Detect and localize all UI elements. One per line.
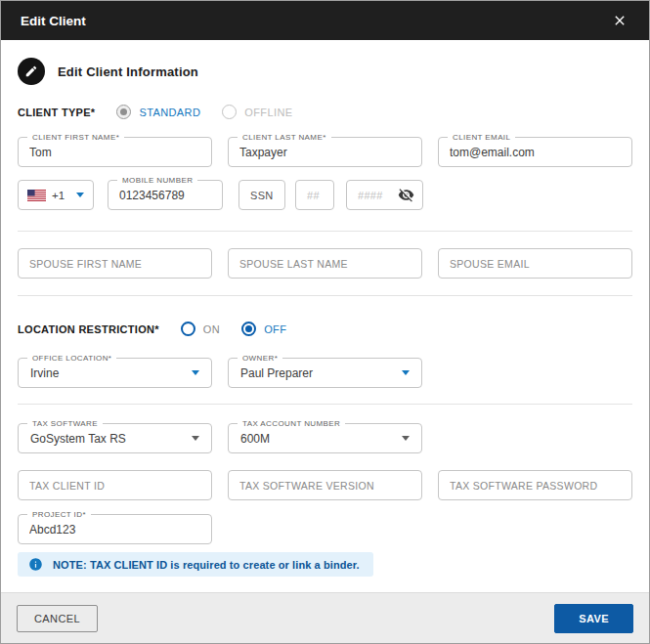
owner-value: Paul Preparer	[240, 366, 313, 380]
note-banner: NOTE: TAX CLIENT ID is required to creat…	[18, 552, 373, 577]
location-restriction-off-radio[interactable]: OFF	[241, 322, 286, 336]
ssn-part1-field	[238, 180, 285, 210]
client-last-name-label: CLIENT LAST NAME*	[238, 132, 331, 143]
office-location-select[interactable]: OFFICE LOCATION* Irvine	[18, 358, 212, 388]
modal-header: Edit Client	[1, 1, 649, 40]
radio-selected-icon	[116, 105, 131, 119]
section-title: Edit Client Information	[58, 64, 198, 79]
spouse-first-name-field	[18, 248, 212, 279]
country-code-select[interactable]: +1	[18, 180, 94, 210]
tax-software-label: TAX SOFTWARE	[27, 418, 103, 429]
spouse-first-name-input[interactable]	[19, 249, 211, 278]
radio-selected-icon	[241, 322, 256, 336]
chevron-down-icon	[402, 370, 410, 375]
location-restriction-off-label: OFF	[264, 323, 286, 335]
tax-account-number-select[interactable]: TAX ACCOUNT NUMBER 600M	[228, 423, 422, 453]
radio-unselected-icon	[181, 322, 195, 336]
us-flag-icon	[27, 190, 46, 201]
office-location-value: Irvine	[30, 366, 59, 380]
close-icon[interactable]	[610, 11, 629, 30]
chevron-down-icon	[192, 370, 199, 375]
phone-ssn-row: +1 MOBILE NUMBER	[18, 180, 632, 210]
spouse-last-name-field	[228, 248, 422, 279]
tax-id-row	[18, 470, 632, 500]
client-type-offline-label: OFFLINE	[244, 107, 292, 118]
radio-unselected-icon	[222, 105, 237, 119]
tax-software-password-input[interactable]	[439, 471, 631, 499]
client-type-standard-radio[interactable]: STANDARD	[116, 105, 200, 119]
tax-software-select[interactable]: TAX SOFTWARE GoSystem Tax RS	[18, 423, 212, 453]
location-restriction-label: LOCATION RESTRICTION*	[18, 323, 159, 335]
project-id-row: PROJECT ID*	[18, 514, 632, 544]
name-email-row: CLIENT FIRST NAME* CLIENT LAST NAME* CLI…	[18, 137, 632, 167]
info-icon	[28, 557, 43, 572]
project-id-label: PROJECT ID*	[27, 509, 91, 520]
spouse-row	[18, 248, 632, 279]
ssn-part2-field	[295, 180, 334, 210]
tax-software-version-field	[228, 470, 422, 500]
client-type-offline-radio[interactable]: OFFLINE	[222, 105, 292, 119]
location-restriction-on-label: ON	[203, 323, 220, 335]
chevron-down-icon	[192, 436, 199, 441]
mobile-number-field: MOBILE NUMBER	[108, 180, 223, 210]
modal-title: Edit Client	[21, 14, 86, 28]
owner-label: OWNER*	[238, 353, 282, 364]
client-last-name-field: CLIENT LAST NAME*	[228, 137, 422, 167]
modal-body: Edit Client Information CLIENT TYPE* STA…	[1, 40, 649, 592]
location-restriction-row: LOCATION RESTRICTION* ON OFF	[18, 322, 632, 336]
owner-select[interactable]: OWNER* Paul Preparer	[228, 358, 422, 388]
spouse-email-field	[438, 248, 632, 279]
edit-client-modal: Edit Client Edit Client Information CLIE…	[0, 0, 650, 644]
ssn-part3-field	[346, 180, 423, 210]
office-owner-row: OFFICE LOCATION* Irvine OWNER* Paul Prep…	[18, 358, 632, 388]
client-type-row: CLIENT TYPE* STANDARD OFFLINE	[18, 105, 632, 119]
save-button[interactable]: SAVE	[554, 604, 633, 633]
office-location-label: OFFICE LOCATION*	[27, 353, 116, 364]
spouse-last-name-input[interactable]	[229, 249, 421, 278]
client-type-label: CLIENT TYPE*	[18, 107, 95, 118]
ssn-part2-input[interactable]	[296, 181, 333, 209]
project-id-field: PROJECT ID*	[18, 514, 212, 544]
chevron-down-icon	[402, 436, 410, 441]
client-type-standard-label: STANDARD	[139, 107, 200, 118]
tax-software-row: TAX SOFTWARE GoSystem Tax RS TAX ACCOUNT…	[18, 423, 632, 453]
divider	[18, 295, 632, 296]
tax-client-id-input[interactable]	[19, 471, 211, 499]
visibility-off-icon[interactable]	[398, 187, 422, 203]
country-code-value: +1	[52, 190, 65, 201]
modal-footer: CANCEL SAVE	[1, 592, 649, 643]
ssn-part3-input[interactable]	[347, 181, 398, 209]
divider	[18, 404, 632, 405]
cancel-button[interactable]: CANCEL	[17, 605, 98, 632]
tax-software-version-input[interactable]	[229, 471, 421, 499]
client-email-label: CLIENT EMAIL	[448, 132, 515, 143]
chevron-down-icon	[76, 193, 84, 197]
tax-account-number-label: TAX ACCOUNT NUMBER	[238, 418, 345, 429]
client-first-name-label: CLIENT FIRST NAME*	[27, 132, 124, 143]
tax-software-password-field	[438, 470, 632, 500]
edit-pencil-icon	[18, 58, 45, 85]
spouse-email-input[interactable]	[439, 249, 631, 278]
tax-client-id-field	[18, 470, 212, 500]
location-restriction-on-radio[interactable]: ON	[181, 322, 220, 336]
mobile-number-label: MOBILE NUMBER	[117, 175, 197, 186]
tax-software-value: GoSystem Tax RS	[30, 432, 126, 446]
note-text: NOTE: TAX CLIENT ID is required to creat…	[53, 559, 360, 571]
client-first-name-field: CLIENT FIRST NAME*	[18, 137, 212, 167]
tax-account-number-value: 600M	[240, 432, 270, 446]
client-email-field: CLIENT EMAIL	[438, 137, 632, 167]
section-heading: Edit Client Information	[18, 58, 632, 85]
ssn-part1-input[interactable]	[239, 181, 284, 209]
divider	[18, 231, 632, 232]
